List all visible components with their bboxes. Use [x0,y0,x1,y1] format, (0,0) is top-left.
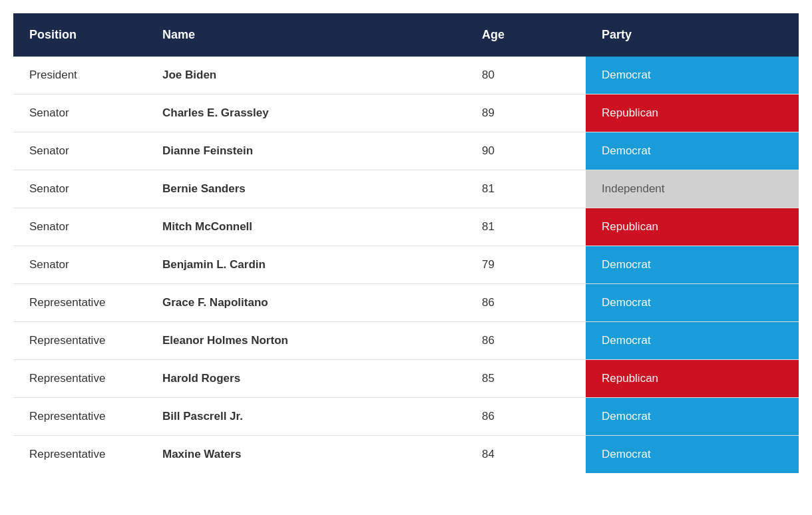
cell-party: Republican [586,360,799,398]
table-header-row: Position Name Age Party [13,13,799,57]
cell-party: Democrat [586,246,799,284]
cell-name: Grace F. Napolitano [146,284,466,322]
table-row: RepresentativeEleanor Holmes Norton86Dem… [13,322,799,360]
cell-party: Republican [586,94,799,132]
cell-party: Independent [586,170,799,208]
header-age: Age [466,13,586,57]
cell-position: Representative [13,284,146,322]
table-row: SenatorBenjamin L. Cardin79Democrat [13,246,799,284]
cell-age: 84 [466,436,586,474]
table-row: SenatorDianne Feinstein90Democrat [13,132,799,170]
cell-party: Democrat [586,284,799,322]
cell-position: Senator [13,94,146,132]
cell-age: 89 [466,94,586,132]
header-name: Name [146,13,466,57]
cell-age: 85 [466,360,586,398]
table-row: SenatorMitch McConnell81Republican [13,208,799,246]
cell-name: Joe Biden [146,57,466,94]
cell-name: Harold Rogers [146,360,466,398]
cell-age: 86 [466,284,586,322]
cell-position: Representative [13,398,146,436]
table-row: RepresentativeBill Pascrell Jr.86Democra… [13,398,799,436]
cell-name: Eleanor Holmes Norton [146,322,466,360]
cell-name: Bill Pascrell Jr. [146,398,466,436]
table-row: SenatorBernie Sanders81Independent [13,170,799,208]
cell-position: Representative [13,360,146,398]
politicians-table: Position Name Age Party PresidentJoe Bid… [13,13,799,473]
table-row: RepresentativeHarold Rogers85Republican [13,360,799,398]
cell-party: Democrat [586,57,799,94]
cell-age: 81 [466,208,586,246]
cell-party: Democrat [586,436,799,474]
cell-age: 79 [466,246,586,284]
cell-name: Dianne Feinstein [146,132,466,170]
cell-position: Senator [13,246,146,284]
cell-position: Representative [13,322,146,360]
cell-position: Representative [13,436,146,474]
header-party: Party [586,13,799,57]
cell-name: Bernie Sanders [146,170,466,208]
header-position: Position [13,13,146,57]
cell-age: 86 [466,322,586,360]
cell-name: Maxine Waters [146,436,466,474]
table-row: RepresentativeMaxine Waters84Democrat [13,436,799,474]
cell-name: Benjamin L. Cardin [146,246,466,284]
cell-age: 90 [466,132,586,170]
table-row: RepresentativeGrace F. Napolitano86Democ… [13,284,799,322]
cell-name: Mitch McConnell [146,208,466,246]
cell-position: President [13,57,146,94]
cell-position: Senator [13,208,146,246]
table-row: PresidentJoe Biden80Democrat [13,57,799,94]
cell-party: Republican [586,208,799,246]
cell-name: Charles E. Grassley [146,94,466,132]
cell-party: Democrat [586,398,799,436]
cell-party: Democrat [586,132,799,170]
cell-position: Senator [13,170,146,208]
cell-age: 80 [466,57,586,94]
cell-age: 81 [466,170,586,208]
table-row: SenatorCharles E. Grassley89Republican [13,94,799,132]
cell-position: Senator [13,132,146,170]
cell-party: Democrat [586,322,799,360]
cell-age: 86 [466,398,586,436]
